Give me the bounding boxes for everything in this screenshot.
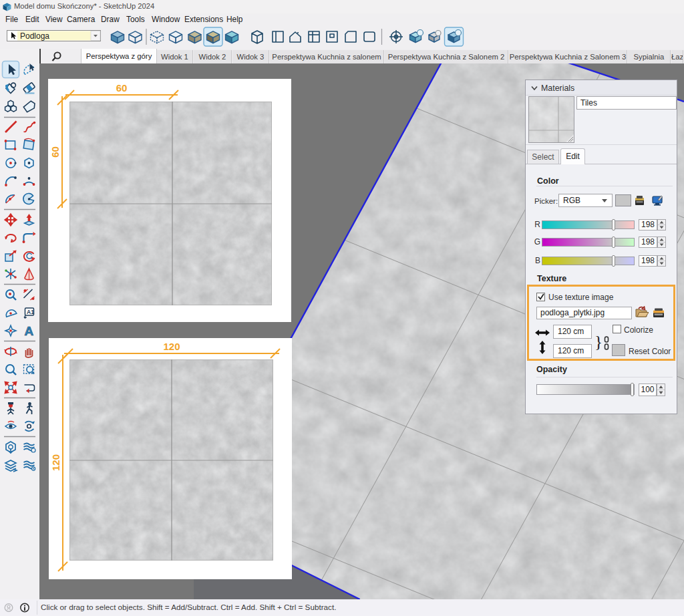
svg-text:Podloga: Podloga	[20, 31, 49, 41]
svg-text:60: 60	[116, 82, 128, 94]
svg-text:120: 120	[163, 341, 180, 352]
svg-text:60: 60	[49, 146, 61, 158]
svg-text:A1: A1	[27, 309, 34, 315]
svg-text:120: 120	[50, 454, 61, 471]
svg-text:A: A	[25, 324, 34, 338]
